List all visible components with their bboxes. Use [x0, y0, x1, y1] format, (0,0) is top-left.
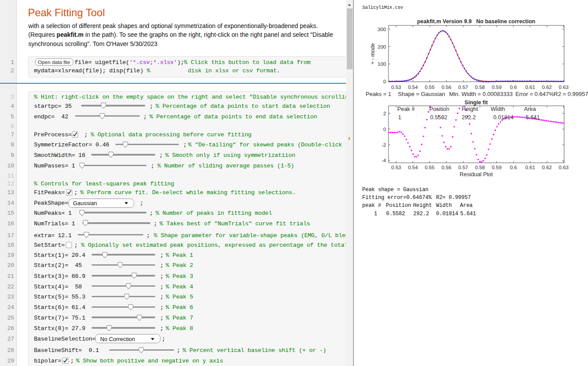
svg-text:Residual Plot: Residual Plot [460, 171, 493, 178]
svg-text:Peak #: Peak # [397, 106, 415, 112]
svg-text:Min. Width = 0.00083333: Min. Width = 0.00083333 [449, 91, 513, 97]
svg-text:Height: Height [413, 203, 432, 209]
svg-text:0.55: 0.55 [425, 85, 435, 90]
svg-text:Single fit: Single fit [465, 99, 488, 106]
svg-text:0.56: 0.56 [442, 165, 451, 170]
svg-text:100: 100 [378, 61, 386, 67]
svg-text:0.62: 0.62 [542, 85, 552, 90]
svg-text:+ - mode: + - mode [370, 43, 376, 64]
svg-text:Peak shape = Gaussian: Peak shape = Gaussian [362, 187, 428, 193]
svg-text:0.59: 0.59 [492, 85, 502, 90]
svg-text:0.53: 0.53 [391, 165, 401, 170]
svg-text:0.57: 0.57 [458, 85, 468, 90]
svg-text:300: 300 [378, 27, 386, 32]
svg-text:peakfit.m Version 9.9 No bas: peakfit.m Version 9.9 No baseline correc… [417, 18, 535, 25]
svg-text:0.6: 0.6 [510, 85, 517, 90]
svg-text:0.61: 0.61 [525, 85, 535, 90]
svg-text:0.01814: 0.01814 [493, 114, 513, 121]
svg-text:0.58: 0.58 [475, 85, 485, 90]
svg-text:Salicyl1Mix.csv: Salicyl1Mix.csv [362, 5, 403, 10]
svg-text:5.641: 5.641 [526, 114, 540, 121]
svg-text:0.59: 0.59 [492, 165, 502, 170]
svg-text:0.56: 0.56 [442, 85, 451, 90]
svg-text:0.63: 0.63 [559, 165, 568, 170]
svg-text:0.5582: 0.5582 [386, 211, 405, 217]
svg-text:Fitting error=0.64674%: Fitting error=0.64674% [362, 195, 432, 201]
svg-text:2: 2 [383, 111, 386, 116]
svg-text:Error = 0.647%: Error = 0.647% [515, 91, 554, 97]
svg-text:-2: -2 [381, 142, 386, 148]
svg-text:0.58: 0.58 [475, 165, 485, 170]
svg-text:Peaks = 1: Peaks = 1 [366, 91, 391, 97]
svg-text:1: 1 [374, 211, 377, 217]
svg-text:0: 0 [383, 127, 386, 132]
svg-text:Area: Area [460, 203, 473, 209]
svg-text:Position: Position [386, 203, 411, 209]
svg-text:Position: Position [429, 106, 449, 112]
svg-text:R2 = 0.99957: R2 = 0.99957 [554, 91, 588, 97]
svg-text:200: 200 [378, 44, 386, 50]
svg-text:0.62: 0.62 [542, 165, 552, 170]
svg-text:Width: Width [436, 203, 452, 209]
svg-text:Height: Height [462, 106, 478, 112]
svg-text:0.61: 0.61 [525, 165, 535, 170]
svg-text:0.5582: 0.5582 [430, 114, 447, 121]
svg-text:1: 1 [398, 114, 401, 121]
svg-text:5.641: 5.641 [460, 211, 476, 217]
svg-text:0.53: 0.53 [391, 85, 401, 90]
svg-text:292.2: 292.2 [413, 211, 429, 217]
svg-text:R2= 0.99957: R2= 0.99957 [436, 195, 471, 201]
svg-text:peak #: peak # [362, 203, 381, 209]
svg-text:0.63: 0.63 [559, 85, 568, 90]
svg-text:Width: Width [491, 106, 505, 112]
svg-text:0: 0 [383, 79, 386, 84]
svg-text:0.54: 0.54 [408, 85, 418, 90]
svg-text:Area: Area [524, 106, 536, 112]
svg-text:0.55: 0.55 [425, 165, 435, 170]
svg-text:Shape = Gaussian: Shape = Gaussian [398, 91, 445, 97]
svg-text:-4: -4 [381, 158, 386, 163]
svg-text:0.57: 0.57 [458, 165, 468, 170]
svg-text:292.2: 292.2 [462, 114, 476, 121]
svg-text:0.6: 0.6 [510, 165, 517, 170]
svg-text:0.54: 0.54 [408, 165, 418, 170]
svg-text:0.01814: 0.01814 [436, 211, 458, 217]
